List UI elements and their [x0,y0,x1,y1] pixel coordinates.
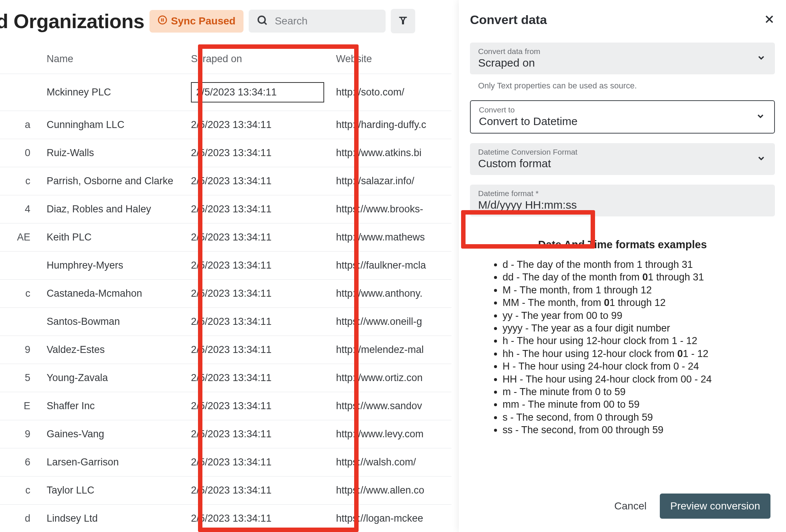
table-row[interactable]: 9Gaines-Vang2/5/2023 13:34:11http://www.… [0,420,451,448]
row-website-cell: http://www.ortiz.con [330,364,451,392]
row-name-cell: Cunningham LLC [41,111,185,139]
row-id-cell [0,252,41,280]
panel-footer: Cancel Preview conversion [470,480,775,532]
row-scraped-cell[interactable]: 2/5/2023 13:34:11 [185,448,330,477]
row-website-cell: https://www.allen.co [330,477,451,505]
search-input[interactable] [275,15,377,27]
convert-from-select[interactable]: Convert data from Scraped on [470,43,775,74]
format-example-item: dd - The day of the month from 01 throug… [503,271,767,283]
row-scraped-cell[interactable]: 2/5/2023 13:34:11 [185,167,330,195]
col-name-header[interactable]: Name [41,44,185,74]
row-name-cell: Parrish, Osborne and Clarke [41,167,185,195]
col-id-header [0,44,41,74]
row-scraped-cell[interactable]: 2/5/2023 13:34:11 [185,364,330,392]
format-example-item: hh - The hour using 12-hour clock from 0… [503,347,767,360]
row-website-cell: http://soto.com/ [330,74,451,111]
row-scraped-cell[interactable]: 2/5/2023 13:34:11 [185,308,330,336]
row-website-cell: http://www.mathews [330,223,451,252]
table-header-row: Name Scraped on Website [0,44,451,74]
row-id-cell: 6 [0,448,41,477]
row-name-cell: Humphrey-Myers [41,252,185,280]
cancel-button[interactable]: Cancel [614,500,646,512]
chevron-down-icon [756,154,766,165]
table-row[interactable]: Santos-Bowman2/5/2023 13:34:11https://ww… [0,308,451,336]
convert-from-label: Convert data from [478,47,767,56]
format-example-item: yyyy - The year as a four digit number [503,322,767,334]
row-name-cell: Shaffer Inc [41,392,185,420]
table-row[interactable]: cParrish, Osborne and Clarke2/5/2023 13:… [0,167,451,195]
datetime-format-field[interactable]: Datetime format * [470,185,775,216]
row-scraped-cell[interactable]: 2/5/2023 13:34:11 [185,252,330,280]
conversion-format-select[interactable]: Datetime Conversion Format Custom format [470,143,775,175]
convert-to-select[interactable]: Convert to Convert to Datetime [470,100,775,134]
row-id-cell: a [0,111,41,139]
close-icon [764,20,775,26]
row-name-cell: Young-Zavala [41,364,185,392]
row-name-cell: Mckinney PLC [41,74,185,111]
row-name-cell: Lindsey Ltd [41,505,185,532]
row-id-cell: d [0,505,41,532]
format-example-item: H - The hour using 24-hour clock from 0 … [503,360,767,373]
table-row[interactable]: Humphrey-Myers2/5/2023 13:34:11https://f… [0,252,451,280]
table-row[interactable]: dLindsey Ltd2/5/2023 13:34:11https://log… [0,505,451,532]
search-box[interactable] [249,10,386,33]
svg-point-3 [258,16,265,23]
row-id-cell [0,74,41,111]
filter-button[interactable] [391,9,415,33]
row-website-cell: https://walsh.com/ [330,448,451,477]
format-example-item: s - The second, from 0 through 59 [503,411,767,424]
format-example-item: d - The day of the month from 1 through … [503,258,767,271]
table-row[interactable]: 6Larsen-Garrison2/5/2023 13:34:11https:/… [0,448,451,477]
table-row[interactable]: 4Diaz, Robles and Haley2/5/2023 13:34:11… [0,195,451,223]
main-content: ed Organizations Sync Paused Name Scrape… [0,0,451,532]
close-button[interactable] [764,14,775,26]
row-id-cell: 4 [0,195,41,223]
table-row[interactable]: 9Valdez-Estes2/5/2023 13:34:11http://mel… [0,336,451,364]
table-row[interactable]: AEKeith PLC2/5/2023 13:34:11http://www.m… [0,223,451,252]
panel-header: Convert data [470,13,775,27]
row-scraped-cell[interactable]: 2/5/2023 13:34:11 [185,420,330,448]
table-row[interactable]: EShaffer Inc2/5/2023 13:34:11https://www… [0,392,451,420]
row-website-cell: http://www.anthony. [330,280,451,308]
table-row[interactable]: aCunningham LLC2/5/2023 13:34:11http://h… [0,111,451,139]
row-website-cell: http://salazar.info/ [330,167,451,195]
panel-title: Convert data [470,13,547,27]
preview-button[interactable]: Preview conversion [660,494,770,519]
table-row[interactable]: Mckinney PLC2/5/2023 13:34:11http://soto… [0,74,451,111]
row-scraped-cell[interactable]: 2/5/2023 13:34:11 [185,195,330,223]
row-id-cell: c [0,167,41,195]
organizations-table: Name Scraped on Website Mckinney PLC2/5/… [0,44,451,532]
convert-to-value: Convert to Datetime [479,115,766,128]
row-scraped-cell[interactable]: 2/5/2023 13:34:11 [185,477,330,505]
format-examples: Date And Time formats examples d - The d… [477,239,767,436]
row-website-cell: https://logan-mckee [330,505,451,532]
table-row[interactable]: cCastaneda-Mcmahon2/5/2023 13:34:11http:… [0,280,451,308]
row-name-cell: Castaneda-Mcmahon [41,280,185,308]
row-id-cell: E [0,392,41,420]
row-scraped-cell[interactable]: 2/5/2023 13:34:11 [185,280,330,308]
conversion-format-label: Datetime Conversion Format [478,148,767,156]
col-scraped-header[interactable]: Scraped on [185,44,330,74]
table-row[interactable]: 5Young-Zavala2/5/2023 13:34:11http://www… [0,364,451,392]
row-scraped-cell[interactable]: 2/5/2023 13:34:11 [185,223,330,252]
row-scraped-cell[interactable]: 2/5/2023 13:34:11 [185,392,330,420]
conversion-format-value: Custom format [478,157,767,170]
row-scraped-cell[interactable]: 2/5/2023 13:34:11 [185,336,330,364]
row-website-cell: https://www.sandov [330,392,451,420]
row-id-cell: 5 [0,364,41,392]
row-scraped-cell[interactable]: 2/5/2023 13:34:11 [185,139,330,167]
table-row[interactable]: 0Ruiz-Walls2/5/2023 13:34:11http://www.a… [0,139,451,167]
row-scraped-cell[interactable]: 2/5/2023 13:34:11 [185,505,330,532]
row-scraped-cell[interactable]: 2/5/2023 13:34:11 [185,111,330,139]
sync-status-badge[interactable]: Sync Paused [150,10,243,33]
format-example-item: h - The hour using 12-hour clock from 1 … [503,334,767,347]
row-id-cell: c [0,280,41,308]
convert-to-label: Convert to [479,105,766,114]
datetime-format-input[interactable] [478,199,767,211]
format-example-item: HH - The hour using 24-hour clock from 0… [503,373,767,385]
col-website-header[interactable]: Website [330,44,451,74]
format-example-item: mm - The minute from 00 to 59 [503,398,767,411]
row-scraped-cell[interactable]: 2/5/2023 13:34:11 [185,74,330,111]
row-name-cell: Santos-Bowman [41,308,185,336]
table-row[interactable]: cTaylor LLC2/5/2023 13:34:11https://www.… [0,477,451,505]
